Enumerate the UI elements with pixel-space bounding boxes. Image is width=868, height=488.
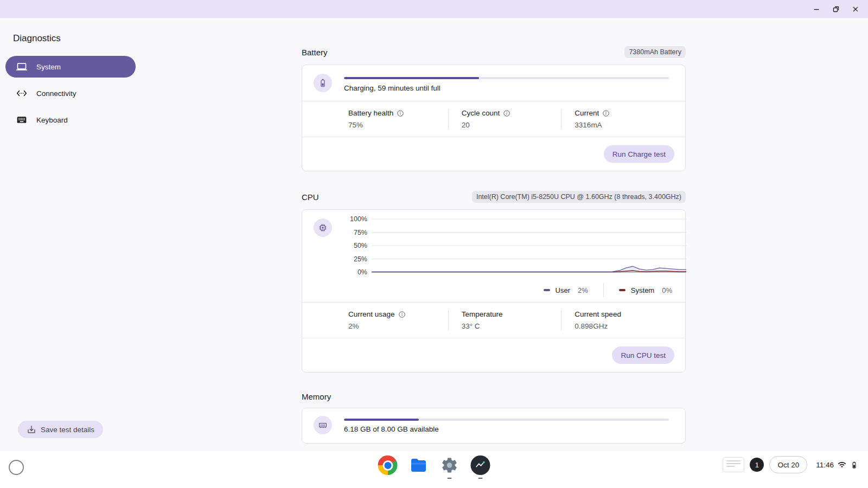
temperature-label: Temperature <box>462 310 503 318</box>
memory-section: Memory <box>302 392 686 444</box>
settings-app-button[interactable] <box>440 455 459 475</box>
current-usage-stat: Current usage 2% <box>348 310 448 330</box>
window-titlebar <box>0 0 868 18</box>
memory-progress-fill <box>344 419 419 421</box>
info-icon[interactable] <box>602 110 610 117</box>
keyboard-icon <box>16 114 27 125</box>
date-text: Oct 20 <box>777 461 799 469</box>
divider <box>603 283 604 297</box>
current-stat: Current 3316mA <box>575 109 674 129</box>
battery-section: Battery 7380mAh Battery <box>302 46 686 171</box>
sidebar-nav: System Connectivity Keyboard <box>5 56 152 131</box>
current-usage-label: Current usage <box>348 310 395 318</box>
current-speed-stat: Current speed 0.898GHz <box>575 310 674 330</box>
close-button[interactable] <box>847 2 864 16</box>
temperature-stat: Temperature 33° C <box>462 310 561 330</box>
cycle-count-stat: Cycle count 20 <box>462 109 561 129</box>
cpu-badge: Intel(R) Core(TM) i5-8250U CPU @ 1.60GHz… <box>472 191 686 203</box>
system-series-swatch <box>619 289 626 291</box>
sidebar-item-label: Keyboard <box>36 116 68 124</box>
connectivity-icon <box>16 88 27 99</box>
memory-card: 6.18 GB of 8.00 GB available <box>302 408 686 444</box>
diagnostics-app-button[interactable] <box>471 455 490 475</box>
legend-user: User 2% <box>544 286 588 294</box>
sidebar-item-label: Connectivity <box>36 89 76 98</box>
minimize-button[interactable] <box>808 2 825 16</box>
launcher-button[interactable] <box>9 460 24 475</box>
chrome-app-button[interactable] <box>378 455 398 475</box>
chrome-icon <box>378 455 398 475</box>
battery-health-stat: Battery health 75% <box>348 109 448 129</box>
run-charge-test-button[interactable]: Run Charge test <box>604 145 674 163</box>
notification-count: 1 <box>755 461 759 469</box>
sidebar-item-system[interactable]: System <box>5 56 136 78</box>
files-app-button[interactable] <box>409 455 429 475</box>
minimize-icon <box>813 5 820 13</box>
files-icon <box>409 455 429 475</box>
divider <box>448 109 449 129</box>
page-title: Diagnostics <box>13 33 152 44</box>
temperature-value: 33° C <box>462 322 561 330</box>
notification-count-badge[interactable]: 1 <box>750 458 764 472</box>
current-usage-value: 2% <box>348 322 448 330</box>
running-indicator <box>478 478 483 479</box>
current-speed-label: Current speed <box>575 310 621 318</box>
wifi-icon <box>838 460 846 469</box>
sidebar-item-connectivity[interactable]: Connectivity <box>5 82 136 104</box>
sidebar-item-keyboard[interactable]: Keyboard <box>5 109 136 131</box>
laptop-icon <box>16 61 27 72</box>
battery-health-value: 75% <box>348 121 448 129</box>
restore-icon <box>832 5 840 13</box>
memory-progress-track <box>344 419 669 421</box>
battery-status-text: Charging, 59 minutes until full <box>344 84 669 92</box>
memory-section-title: Memory <box>302 392 331 401</box>
cpu-chart-legend: User 2% System 0% <box>302 278 685 302</box>
shelf: 1 Oct 20 11:46 <box>0 451 868 488</box>
battery-status-icon <box>850 461 858 469</box>
shelf-apps <box>378 455 490 475</box>
battery-card: Charging, 59 minutes until full Battery … <box>302 65 686 171</box>
battery-progress-track <box>344 77 669 79</box>
cycle-count-label: Cycle count <box>462 109 500 117</box>
battery-badge: 7380mAh Battery <box>624 46 686 58</box>
system-series-value: 0% <box>662 286 672 294</box>
legend-system: System 0% <box>619 286 672 294</box>
cycle-count-value: 20 <box>462 121 561 129</box>
divider <box>561 109 561 129</box>
cpu-chart-ylabels: 100%75%50%25%0% <box>348 219 372 273</box>
system-tray[interactable]: 11:46 <box>813 460 861 469</box>
close-icon <box>852 5 859 13</box>
app-body: Diagnostics System Connectivity <box>0 18 868 451</box>
divider <box>448 310 449 330</box>
current-label: Current <box>575 109 599 117</box>
user-series-swatch <box>544 289 550 291</box>
cpu-usage-plot <box>372 219 686 273</box>
date-pill[interactable]: Oct 20 <box>769 456 807 473</box>
diagnostics-app-window: Diagnostics System Connectivity <box>0 0 868 488</box>
info-icon[interactable] <box>503 110 510 117</box>
sidebar-item-label: System <box>36 63 61 71</box>
user-series-label: User <box>556 286 570 294</box>
notification-preview[interactable] <box>723 457 744 472</box>
info-icon[interactable] <box>397 110 404 117</box>
diagnostics-icon <box>471 455 490 475</box>
restore-button[interactable] <box>828 2 844 16</box>
cpu-section: CPU Intel(R) Core(TM) i5-8250U CPU @ 1.6… <box>302 191 686 373</box>
battery-stats-row: Battery health 75% Cycle cou <box>302 101 685 137</box>
cpu-chip-icon <box>314 219 332 237</box>
cpu-section-title: CPU <box>302 192 319 202</box>
current-speed-value: 0.898GHz <box>575 322 674 330</box>
cpu-usage-chart: 100%75%50%25%0% <box>348 219 686 273</box>
info-icon[interactable] <box>398 311 406 318</box>
battery-progress-fill <box>344 77 479 79</box>
system-series-label: System <box>631 286 654 294</box>
save-test-details-button[interactable]: Save test details <box>18 421 103 438</box>
battery-icon <box>314 74 332 92</box>
cpu-card: 100%75%50%25%0% User 2% <box>302 209 686 373</box>
sidebar: Diagnostics System Connectivity <box>0 18 152 451</box>
clock-text: 11:46 <box>816 461 834 469</box>
user-series-value: 2% <box>578 286 588 294</box>
run-cpu-test-button[interactable]: Run CPU test <box>612 346 674 364</box>
status-area: 1 Oct 20 11:46 <box>723 456 861 473</box>
battery-section-title: Battery <box>302 48 328 57</box>
